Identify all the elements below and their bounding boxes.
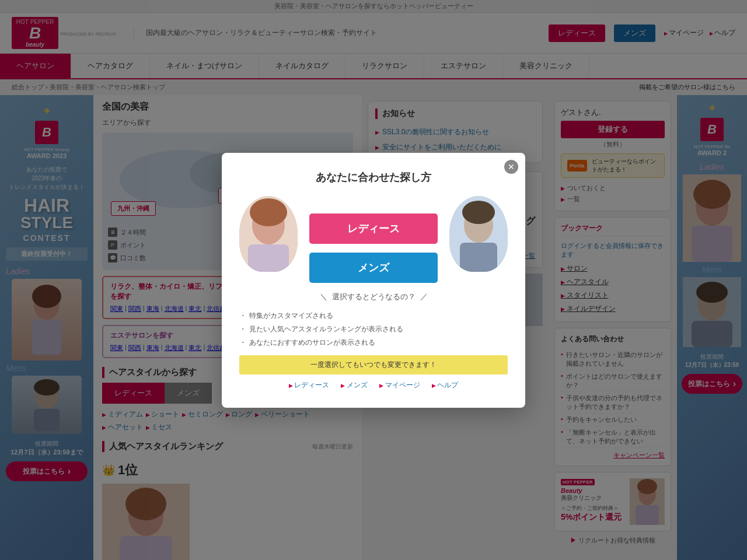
modal-female-portrait xyxy=(239,196,298,272)
svg-rect-50 xyxy=(248,244,289,272)
modal-male-portrait xyxy=(449,196,508,272)
modal-link-ladies[interactable]: レディース xyxy=(289,380,330,390)
modal-female-portrait-svg xyxy=(239,196,298,272)
modal-why-text: 選択するとどうなるの？ xyxy=(239,292,508,302)
modal-buttons: レディース メンズ xyxy=(309,196,438,283)
modal-box: ✕ あなたに合わせた探し方 レディース メンズ xyxy=(222,153,525,408)
modal-link-help[interactable]: ヘルプ xyxy=(432,380,459,390)
modal-title: あなたに合わせた探し方 xyxy=(239,170,508,184)
modal-feat-2: 見たい人気ヘアスタイルランキングが表示される xyxy=(239,323,508,336)
modal-bottom-links: レディース メンズ マイページ ヘルプ xyxy=(239,380,508,390)
svg-rect-54 xyxy=(460,243,497,272)
modal-note: 一度選択してもいつでも変更できます！ xyxy=(239,355,508,374)
modal-features: 特集がカスタマイズされる 見たい人気ヘアスタイルランキングが表示される あなたに… xyxy=(239,309,508,349)
svg-point-49 xyxy=(250,198,287,226)
modal-feat-1: 特集がカスタマイズされる xyxy=(239,309,508,323)
modal-overlay[interactable]: ✕ あなたに合わせた探し方 レディース メンズ xyxy=(0,0,747,560)
modal-male-portrait-svg xyxy=(449,196,508,272)
svg-point-53 xyxy=(462,201,495,224)
modal-mens-button[interactable]: メンズ xyxy=(309,253,438,283)
modal-feat-3: あなたにおすすめのサロンが表示される xyxy=(239,336,508,349)
modal-link-mypage[interactable]: マイページ xyxy=(379,380,420,390)
modal-ladies-button[interactable]: レディース xyxy=(309,214,438,244)
modal-close-button[interactable]: ✕ xyxy=(504,160,518,174)
modal-portraits: レディース メンズ xyxy=(239,196,508,283)
modal-link-mens[interactable]: メンズ xyxy=(341,380,368,390)
